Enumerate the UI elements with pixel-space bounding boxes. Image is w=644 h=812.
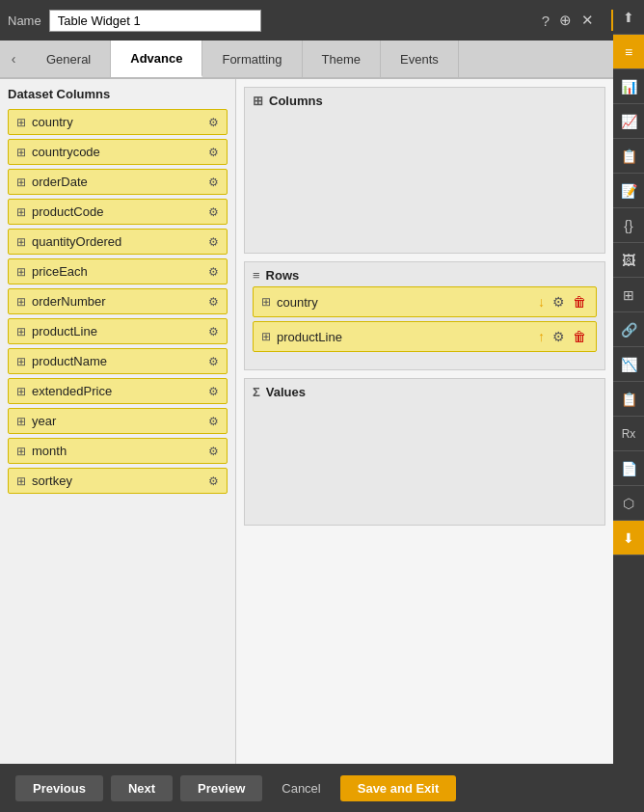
table-icon: ⊞ — [16, 445, 26, 458]
rs-link-icon[interactable]: 🔗 — [613, 312, 644, 347]
delete-button[interactable]: 🗑 — [571, 292, 588, 311]
close-icon[interactable]: ✕ — [581, 12, 594, 29]
rs-bar-chart-icon[interactable]: 📊 — [613, 69, 644, 104]
preview-button[interactable]: Preview — [180, 775, 262, 801]
gear-icon[interactable]: ⚙ — [208, 265, 219, 279]
tab-advance[interactable]: Advance — [111, 41, 202, 77]
gear-icon[interactable]: ⚙ — [208, 295, 219, 309]
table-icon: ⊞ — [16, 116, 26, 129]
list-item[interactable]: ⊞ countrycode ⚙ — [8, 139, 228, 165]
gear-icon[interactable]: ⚙ — [208, 474, 219, 488]
table-icon: ⊞ — [16, 355, 26, 368]
footer: Previous Next Preview Cancel Save and Ex… — [0, 764, 613, 812]
dataset-columns-title: Dataset Columns — [8, 87, 228, 101]
list-item[interactable]: ⊞ productCode ⚙ — [8, 199, 228, 225]
rows-content: ⊞ country ↓ ⚙ 🗑 ⊞ productLine ↑ ⚙ 🗑 — [253, 286, 597, 364]
rows-icon: ≡ — [253, 268, 260, 283]
tab-prev-arrow[interactable]: ‹ — [0, 41, 27, 77]
rs-line-chart-icon[interactable]: 📈 — [613, 104, 644, 139]
rs-doc-icon[interactable]: 📋 — [613, 139, 644, 174]
table-icon: ⊞ — [261, 330, 271, 343]
rs-table-icon[interactable]: ≡ — [613, 35, 644, 69]
right-sidebar: ⬆ ≡ 📊 📈 📋 📝 {} 🖼 ⊞ 🔗 📉 📋 Rx 📄 ⬡ ⬇ — [613, 0, 644, 812]
gear-icon[interactable]: ⚙ — [208, 445, 219, 458]
list-item[interactable]: ⊞ month ⚙ — [8, 438, 228, 464]
rs-download-icon[interactable]: ⬇ — [613, 521, 644, 555]
rs-grid-icon[interactable]: ⊞ — [613, 278, 644, 312]
cancel-button[interactable]: Cancel — [270, 775, 332, 801]
rs-code-icon[interactable]: {} — [613, 208, 644, 243]
list-item[interactable]: ⊞ sortkey ⚙ — [8, 468, 228, 494]
gear-icon[interactable]: ⚙ — [208, 385, 219, 398]
row-item-actions: ↓ ⚙ 🗑 — [536, 292, 588, 311]
header: Name ? ⊕ ✕ ▲ — [0, 0, 644, 41]
rs-rx-icon[interactable]: Rx — [613, 417, 644, 451]
item-label: orderDate — [32, 175, 208, 189]
values-label: Values — [266, 385, 306, 399]
row-item-actions: ↑ ⚙ 🗑 — [536, 327, 588, 346]
gear-icon[interactable]: ⚙ — [208, 116, 219, 129]
list-item[interactable]: ⊞ country ⚙ — [8, 109, 228, 135]
list-item[interactable]: ⊞ extendedPrice ⚙ — [8, 378, 228, 404]
row-item-country[interactable]: ⊞ country ↓ ⚙ 🗑 — [253, 286, 597, 317]
left-panel: Dataset Columns ⊞ country ⚙ ⊞ countrycod… — [0, 79, 236, 764]
item-label: countrycode — [32, 145, 208, 159]
save-exit-button[interactable]: Save and Exit — [340, 775, 457, 801]
tab-theme[interactable]: Theme — [303, 41, 381, 77]
table-icon: ⊞ — [16, 235, 26, 249]
item-label: year — [32, 414, 208, 428]
columns-content — [253, 112, 597, 247]
rows-section: ≡ Rows ⊞ country ↓ ⚙ 🗑 ⊞ productLine — [244, 261, 605, 370]
sigma-icon: Σ — [253, 385, 260, 399]
move-down-button[interactable]: ↓ — [536, 292, 547, 311]
gear-icon[interactable]: ⚙ — [208, 205, 219, 219]
rs-text-icon[interactable]: 📝 — [613, 174, 644, 208]
previous-button[interactable]: Previous — [15, 775, 103, 801]
settings-button[interactable]: ⚙ — [550, 327, 567, 346]
item-label: quantityOrdered — [32, 234, 208, 249]
row-item-productline[interactable]: ⊞ productLine ↑ ⚙ 🗑 — [253, 321, 597, 352]
move-up-button[interactable]: ↑ — [536, 327, 547, 346]
rs-file-icon[interactable]: 📄 — [613, 451, 644, 486]
rs-pin-icon[interactable]: ⬆ — [613, 0, 644, 35]
right-panel: ⊞ Columns ≡ Rows ⊞ country ↓ ⚙ 🗑 — [236, 79, 613, 764]
columns-header: ⊞ Columns — [253, 94, 597, 108]
values-header: Σ Values — [253, 385, 597, 399]
rs-image-icon[interactable]: 🖼 — [613, 243, 644, 278]
table-icon: ⊞ — [16, 265, 26, 279]
row-item-label: productLine — [277, 330, 536, 344]
gear-icon[interactable]: ⚙ — [208, 176, 219, 189]
list-item[interactable]: ⊞ productName ⚙ — [8, 348, 228, 374]
next-button[interactable]: Next — [111, 775, 173, 801]
item-label: orderNumber — [32, 294, 208, 309]
table-icon: ⊞ — [16, 295, 26, 309]
table-icon: ⊞ — [261, 295, 271, 309]
tab-general[interactable]: General — [27, 41, 111, 77]
gear-icon[interactable]: ⚙ — [208, 355, 219, 368]
tab-events[interactable]: Events — [381, 41, 459, 77]
columns-label: Columns — [269, 94, 323, 108]
rs-hex-icon[interactable]: ⬡ — [613, 486, 644, 521]
list-item[interactable]: ⊞ year ⚙ — [8, 408, 228, 434]
gear-icon[interactable]: ⚙ — [208, 325, 219, 338]
list-item[interactable]: ⊞ orderNumber ⚙ — [8, 288, 228, 314]
list-item[interactable]: ⊞ productLine ⚙ — [8, 318, 228, 344]
table-icon: ⊞ — [16, 474, 26, 488]
settings-button[interactable]: ⚙ — [550, 292, 567, 311]
list-item[interactable]: ⊞ priceEach ⚙ — [8, 258, 228, 284]
list-item[interactable]: ⊞ quantityOrdered ⚙ — [8, 229, 228, 255]
help-icon[interactable]: ? — [542, 13, 550, 29]
gear-icon[interactable]: ⚙ — [208, 235, 219, 249]
rs-table2-icon[interactable]: 📋 — [613, 382, 644, 417]
rs-area-chart-icon[interactable]: 📉 — [613, 347, 644, 382]
tab-formatting[interactable]: Formatting — [202, 41, 302, 77]
item-label: productLine — [32, 324, 208, 338]
table-icon: ⊞ — [16, 146, 26, 159]
delete-button[interactable]: 🗑 — [571, 327, 588, 346]
gear-icon[interactable]: ⚙ — [208, 415, 219, 428]
item-label: productCode — [32, 204, 208, 219]
list-item[interactable]: ⊞ orderDate ⚙ — [8, 169, 228, 195]
move-icon[interactable]: ⊕ — [559, 12, 572, 29]
gear-icon[interactable]: ⚙ — [208, 146, 219, 159]
widget-name-input[interactable] — [49, 10, 261, 32]
